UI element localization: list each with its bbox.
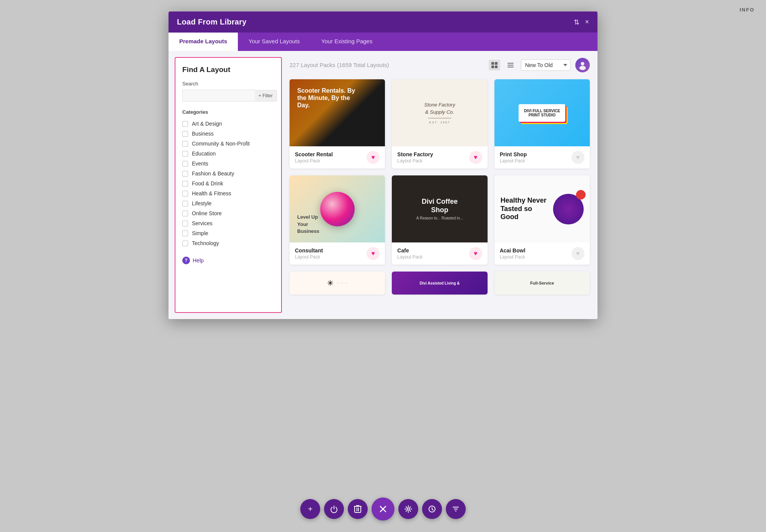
user-avatar[interactable] [575,58,590,72]
category-checkbox-education[interactable] [182,151,188,157]
grid-view-button[interactable] [489,60,500,70]
top-bar-right: New To Old Old To New A-Z Z-A [489,58,590,72]
search-input[interactable] [182,90,255,101]
trash-icon [354,505,362,513]
card-acai-bowl[interactable]: Healthy Never Tasted so Good Acai Bowl L… [494,175,590,265]
category-checkbox-services[interactable] [182,221,188,226]
stone-logo: Stone Factory& Supply Co. Est. 1987 [424,79,455,146]
category-checkbox-food[interactable] [182,181,188,187]
card-name-acai: Acai Bowl [500,247,525,254]
bottom-toolbar: + [300,498,466,521]
category-technology[interactable]: Technology [182,238,274,248]
help-icon: ? [182,257,190,264]
card-info-consultant: Consultant Layout Pack [295,247,323,260]
category-label-art: Art & Design [192,121,222,127]
settings-button[interactable] [398,499,418,519]
category-simple[interactable]: Simple [182,228,274,238]
print-inner: DIVI FULL SERVICEPRINT STUDIO [494,79,590,146]
category-food[interactable]: Food & Drink [182,178,274,188]
search-row: + Filter [182,90,274,101]
tab-existing[interactable]: Your Existing Pages [311,33,383,51]
layout-count: 227 Layout Packs (1659 Total Layouts) [290,61,389,69]
modal-tabs: Premade Layouts Your Saved Layouts Your … [169,33,597,51]
favorite-button-cafe[interactable]: ♥ [469,247,482,260]
category-art[interactable]: Art & Design [182,119,274,129]
sort-select[interactable]: New To Old Old To New A-Z Z-A [521,59,571,71]
sort-icon[interactable]: ⇅ [574,18,579,26]
category-label-online: Online Store [192,210,222,216]
help-row[interactable]: ? Help [182,257,274,264]
sort-main-icon [452,505,460,513]
cards-grid: Scooter Rentals. Bythe Minute, By theDay… [290,79,590,265]
trash-button[interactable] [348,499,368,519]
history-button[interactable] [422,499,442,519]
favorite-button-consultant[interactable]: ♥ [367,247,380,260]
favorite-button-stone[interactable]: ♥ [469,151,482,164]
favorite-button-scooter[interactable]: ♥ [367,151,380,164]
category-events[interactable]: Events [182,159,274,169]
sort-main-button[interactable] [446,499,466,519]
sidebar: Find A Layout Search + Filter Categories… [175,57,282,313]
category-checkbox-lifestyle[interactable] [182,201,188,206]
list-view-button[interactable] [505,60,516,70]
card-footer-print: Print Shop Layout Pack ♥ [494,146,590,169]
tab-saved[interactable]: Your Saved Layouts [238,33,311,51]
card-cafe[interactable]: Divi CoffeeShop A Reason to... Roasted i… [392,175,487,265]
category-label-lifestyle: Lifestyle [192,200,211,206]
card-footer-stone: Stone Factory Layout Pack ♥ [392,146,487,169]
power-button[interactable] [324,499,344,519]
favorite-button-acai[interactable]: ♥ [571,247,584,260]
tab-premade[interactable]: Premade Layouts [169,33,238,51]
category-label-education: Education [192,151,216,157]
categories-title: Categories [182,109,274,115]
category-checkbox-business[interactable] [182,131,188,137]
close-main-button[interactable] [372,498,394,521]
partial-card-3[interactable]: Full-Service [494,272,590,295]
category-checkbox-technology[interactable] [182,241,188,246]
partial-card-2[interactable]: Divi Assisted Living & [392,272,487,295]
card-consultant[interactable]: Level UpYourBusiness Consultant Layout P… [290,175,385,265]
category-lifestyle[interactable]: Lifestyle [182,198,274,208]
stone-logo-text: Stone Factory& Supply Co. [424,101,455,115]
category-checkbox-health[interactable] [182,191,188,196]
svg-point-3 [407,508,409,510]
category-label-health: Health & Fitness [192,190,231,196]
category-checkbox-online[interactable] [182,211,188,216]
category-checkbox-events[interactable] [182,161,188,167]
consultant-sphere [320,192,355,226]
card-footer-cafe: Cafe Layout Pack ♥ [392,242,487,265]
category-services[interactable]: Services [182,218,274,228]
consultant-text: Level UpYourBusiness [297,214,319,235]
acai-text: Healthy Never Tasted so Good [501,196,550,221]
info-label: INFO [740,7,755,13]
top-bar: 227 Layout Packs (1659 Total Layouts) [290,58,590,72]
card-stone-factory[interactable]: Stone Factory& Supply Co. Est. 1987 Ston… [392,79,487,169]
filter-button[interactable]: + Filter [255,90,277,101]
card-print-shop[interactable]: DIVI FULL SERVICEPRINT STUDIO Print Shop… [494,79,590,169]
category-community[interactable]: Community & Non-Profit [182,139,274,149]
cafe-title: Divi CoffeeShop [422,198,458,214]
category-online[interactable]: Online Store [182,208,274,218]
category-education[interactable]: Education [182,149,274,159]
favorite-button-print[interactable]: ♥ [571,151,584,164]
list-view-icon [507,63,514,67]
stone-divider [428,118,451,118]
category-checkbox-simple[interactable] [182,231,188,236]
consultant-inner: Level UpYourBusiness [290,175,385,242]
category-fashion[interactable]: Fashion & Beauty [182,169,274,178]
category-checkbox-community[interactable] [182,141,188,147]
card-info-scooter: Scooter Rental Layout Pack [295,151,333,164]
category-business[interactable]: Business [182,129,274,139]
partial-card-1[interactable]: ✳ ~ ~ ~ [290,272,385,295]
card-scooter-rental[interactable]: Scooter Rentals. Bythe Minute, By theDay… [290,79,385,169]
acai-inner: Healthy Never Tasted so Good [494,175,590,242]
card-type-cafe: Layout Pack [397,254,422,260]
add-button[interactable]: + [300,499,320,519]
category-checkbox-fashion[interactable] [182,171,188,177]
card-type-scooter: Layout Pack [295,158,333,164]
close-icon[interactable]: × [585,18,589,26]
category-label-food: Food & Drink [192,180,223,187]
category-health[interactable]: Health & Fitness [182,188,274,198]
cafe-inner: Divi CoffeeShop A Reason to... Roasted i… [392,175,487,242]
category-checkbox-art[interactable] [182,121,188,127]
